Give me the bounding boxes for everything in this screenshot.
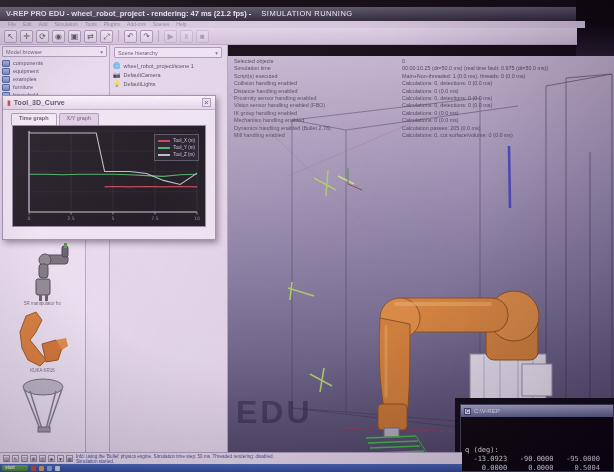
start-button[interactable]: start: [2, 465, 28, 471]
legend-label: Tool_Z (m): [173, 152, 195, 157]
scene-hierarchy-tree: 🌐 wheel_robot_project/scene 1 📷 DefaultC…: [113, 61, 225, 88]
console-titlebar[interactable]: C C:\V-REP: [461, 405, 613, 417]
model-folder-row[interactable]: equipment: [2, 67, 107, 75]
statusbar-icon[interactable]: ◈: [48, 455, 55, 462]
info-value: Main+Non-threaded: 1 (0.0 ms), threads: …: [402, 73, 606, 80]
statusbar-icon[interactable]: ◰: [21, 455, 28, 462]
scene-hierarchy-combo[interactable]: Scene hierarchy: [114, 47, 222, 58]
hierarchy-row[interactable]: 📷 DefaultCamera: [113, 70, 225, 79]
taskbar-icons: [31, 466, 60, 471]
info-value: Calculations: 0 (0.0 ms): [402, 117, 606, 124]
info-row: Dynamics handling enabled (Bullet 2.78) …: [234, 125, 606, 132]
status-messages: Info: using the 'Bullet' physics engine.…: [76, 453, 462, 464]
statusbar-icon[interactable]: ▼: [57, 455, 64, 462]
folder-icon: [2, 60, 10, 67]
info-label: Selected objects: [234, 58, 402, 65]
toolbar-button[interactable]: ⇄: [84, 30, 97, 43]
blue-marker-line: [509, 146, 510, 208]
info-label: Vision sensor handling enabled (FBO): [234, 102, 402, 109]
model-thumbnail-delta[interactable]: [4, 377, 82, 441]
kuka-thumbnail-image: [12, 310, 74, 368]
windows-taskbar[interactable]: start: [0, 464, 462, 472]
sim-control-button[interactable]: ‖: [180, 30, 193, 43]
window-titlebar[interactable]: V-REP PRO EDU - wheel_robot_project - re…: [0, 7, 577, 21]
menu-item[interactable]: Edit: [23, 21, 32, 28]
info-label: Dynamics handling enabled (Bullet 2.78): [234, 125, 402, 132]
toolbar-button[interactable]: ⤢: [100, 30, 113, 43]
info-row: Mill handling enabled Calculations: 0, c…: [234, 132, 606, 139]
console-line: -13.0923 -90.0000 -95.0000: [465, 455, 613, 464]
info-row: Selected objects 0: [234, 58, 606, 65]
statusbar-icon[interactable]: ▦: [66, 455, 73, 462]
folder-icon: [2, 84, 10, 91]
info-value: Calculations: 0, detections: 0 (0.0 ms): [402, 80, 606, 87]
status-bar: ▤✎◰⊞▥◈▼▦ Info: using the 'Bullet' physic…: [0, 452, 462, 464]
statusbar-icon[interactable]: ⊞: [30, 455, 37, 462]
info-row: Mechanism handling enabled Calculations:…: [234, 117, 606, 124]
hierarchy-item-icon: 📷: [113, 72, 121, 78]
menu-item[interactable]: Help: [176, 21, 186, 28]
toolbar-button[interactable]: ◉: [52, 30, 65, 43]
menu-item[interactable]: File: [8, 21, 16, 28]
toolbar-button[interactable]: ▣: [68, 30, 81, 43]
folder-icon: [2, 76, 10, 83]
taskbar-app-icon[interactable]: [47, 466, 52, 471]
folder-label: furniture: [13, 84, 33, 90]
close-icon[interactable]: ✕: [202, 98, 211, 107]
legend-swatch: [158, 140, 170, 142]
info-value: Calculation passes: 205 (0.0 ms): [402, 125, 606, 132]
toolbar-button[interactable]: ⟳: [36, 30, 49, 43]
model-thumbnail-manipulator[interactable]: 5R manipulator fro: [4, 243, 82, 307]
toolbar-button[interactable]: ✛: [20, 30, 33, 43]
hierarchy-item-label: DefaultCamera: [124, 72, 161, 78]
model-folder-row[interactable]: examples: [2, 75, 107, 83]
graph-tab[interactable]: Time graph: [11, 113, 57, 125]
info-label: Script(s) executed: [234, 73, 402, 80]
menu-item[interactable]: Add-ons: [127, 21, 146, 28]
menu-item[interactable]: Plugins: [104, 21, 120, 28]
monitor-screen: V-REP PRO EDU - wheel_robot_project - re…: [0, 0, 614, 472]
legend-row: Tool_Y (m): [158, 144, 195, 151]
sim-control-button[interactable]: ■: [196, 30, 209, 43]
menu-item[interactable]: Tools: [85, 21, 97, 28]
menu-item[interactable]: Simulation: [55, 21, 78, 28]
graph-tab[interactable]: X/Y graph: [59, 113, 99, 125]
hierarchy-row[interactable]: 💡 DefaultLights: [113, 79, 225, 88]
legend-swatch: [158, 147, 170, 149]
taskbar-app-icon[interactable]: [31, 466, 36, 471]
statusbar-icon[interactable]: ▤: [3, 455, 10, 462]
info-value: Calculations: 0 (0.0 ms): [402, 88, 606, 95]
console-output: q (deg): -13.0923 -90.0000 -95.0000 0.00…: [461, 417, 613, 472]
model-thumbnail-kuka[interactable]: KUKA KR16: [4, 310, 82, 374]
sim-control-button[interactable]: ▶: [164, 30, 177, 43]
3d-viewport[interactable]: Selected objects 0 Simulation time 00:00…: [228, 56, 614, 455]
toolbar-button[interactable]: ↖: [4, 30, 17, 43]
hierarchy-item-icon: 💡: [113, 81, 121, 87]
undo-button[interactable]: ↶: [124, 30, 137, 43]
thumbnail-caption: 5R manipulator fro: [4, 301, 82, 307]
hierarchy-row[interactable]: 🌐 wheel_robot_project/scene 1: [113, 61, 225, 70]
model-folder-row[interactable]: furniture: [2, 83, 107, 91]
info-row: Script(s) executed Main+Non-threaded: 1 …: [234, 73, 606, 80]
info-row: Vision sensor handling enabled (FBO) Cal…: [234, 102, 606, 109]
redo-button[interactable]: ↷: [140, 30, 153, 43]
graph-window-titlebar[interactable]: ▮ Tool_3D_Curve ✕: [3, 96, 215, 110]
menu-item[interactable]: Scenes: [153, 21, 170, 28]
graph-window[interactable]: ▮ Tool_3D_Curve ✕ Time graphX/Y graph 02…: [2, 95, 216, 240]
manipulator-thumbnail-image: [12, 243, 74, 301]
graph-legend: Tool_X (m) Tool_Y (m) Tool_Z (m): [154, 134, 199, 161]
model-thumbnails-panel: 5R manipulator fro KUKA KR16: [0, 240, 86, 452]
model-folder-row[interactable]: components: [2, 59, 107, 67]
graph-window-title: Tool_3D_Curve: [14, 99, 202, 106]
legend-swatch: [158, 154, 170, 156]
statusbar-icon[interactable]: ✎: [12, 455, 19, 462]
model-browser-combo[interactable]: Model browser: [2, 46, 107, 57]
folder-label: examples: [13, 76, 37, 82]
taskbar-app-icon[interactable]: [39, 466, 44, 471]
nav-buttons: ↖✛⟳◉▣⇄⤢: [4, 30, 113, 43]
menu-item[interactable]: Add: [39, 21, 48, 28]
taskbar-app-icon[interactable]: [55, 466, 60, 471]
statusbar-icon[interactable]: ▥: [39, 455, 46, 462]
svg-text:5: 5: [112, 216, 115, 221]
console-window[interactable]: C C:\V-REP q (deg): -13.0923 -90.0000 -9…: [460, 404, 614, 472]
